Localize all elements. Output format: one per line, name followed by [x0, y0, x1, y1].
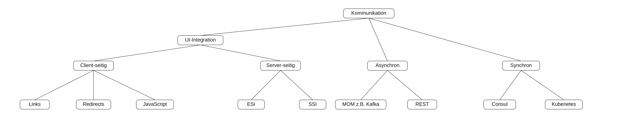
- node-label-ssi: SSI: [308, 101, 317, 107]
- node-label-redirects: Redirects: [83, 101, 104, 107]
- node-label-javascript: JavaScript: [143, 101, 167, 107]
- edge-kommunikation-ui_integration: [200, 18, 369, 36]
- edge-asynchron-rest: [388, 70, 422, 100]
- edge-server_seitig-esi: [251, 70, 280, 100]
- node-kubenetes: Kubenetes: [545, 100, 582, 109]
- edge-client_seitig-links: [35, 70, 94, 100]
- node-asynchron: Asynchron: [368, 61, 408, 70]
- node-ssi: SSI: [299, 100, 326, 109]
- diagram-svg: KommunikationUI-IntegrationAsynchronSync…: [0, 0, 644, 130]
- edge-synchron-consul: [500, 70, 521, 100]
- node-ui_integration: UI-Integration: [178, 36, 223, 45]
- node-label-links: Links: [29, 101, 41, 107]
- edge-client_seitig-javascript: [94, 70, 155, 100]
- edge-asynchron-mom: [361, 70, 388, 100]
- node-label-asynchron: Asynchron: [376, 62, 400, 68]
- node-client_seitig: Client-seitig: [74, 61, 114, 70]
- edge-kommunikation-asynchron: [369, 18, 388, 61]
- node-server_seitig: Server-seitig: [260, 61, 300, 70]
- edge-ui_integration-client_seitig: [94, 45, 200, 61]
- node-consul: Consul: [484, 100, 516, 109]
- node-esi: ESI: [238, 100, 264, 109]
- node-label-kommunikation: Kommunikation: [351, 10, 386, 16]
- node-label-ui_integration: UI-Integration: [185, 37, 216, 43]
- node-label-consul: Consul: [492, 101, 508, 107]
- node-label-esi: ESI: [247, 101, 255, 107]
- node-javascript: JavaScript: [136, 100, 174, 109]
- node-mom: MOM z.B. Kafka: [335, 100, 386, 109]
- node-label-server_seitig: Server-seitig: [266, 62, 295, 68]
- edge-synchron-kubenetes: [521, 70, 564, 100]
- edge-kommunikation-synchron: [369, 18, 521, 61]
- node-kommunikation: Kommunikation: [344, 9, 394, 18]
- node-links: Links: [20, 100, 50, 109]
- node-label-client_seitig: Client-seitig: [80, 62, 107, 68]
- edge-ui_integration-server_seitig: [200, 45, 280, 61]
- node-redirects: Redirects: [76, 100, 111, 109]
- node-rest: REST: [408, 100, 437, 109]
- node-synchron: Synchron: [502, 61, 540, 70]
- edge-server_seitig-ssi: [280, 70, 313, 100]
- node-label-synchron: Synchron: [510, 62, 532, 68]
- node-label-mom: MOM z.B. Kafka: [342, 101, 379, 107]
- node-label-rest: REST: [416, 101, 429, 107]
- node-label-kubenetes: Kubenetes: [552, 101, 576, 107]
